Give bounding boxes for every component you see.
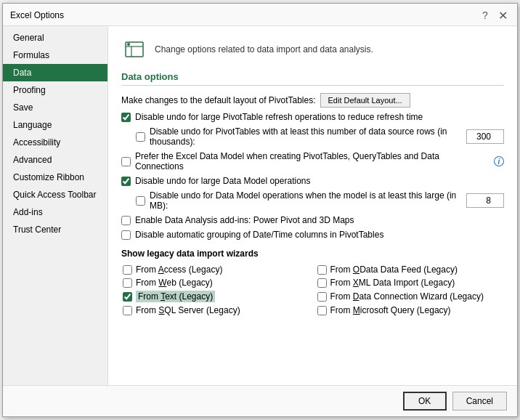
sidebar-item-general[interactable]: General — [3, 29, 107, 47]
from-sql-label: From SQL Server (Legacy) — [136, 305, 240, 315]
disable-undo-data-model-size-row: Disable undo for Data Model operations w… — [136, 190, 504, 211]
from-sql-checkbox[interactable] — [123, 306, 132, 315]
enable-data-analysis-checkbox[interactable] — [121, 216, 131, 225]
prefer-data-model-row: Prefer the Excel Data Model when creatin… — [121, 151, 504, 171]
enable-data-analysis-label: Enable Data Analysis add-ins: Power Pivo… — [135, 215, 354, 225]
from-text-label: From Text (Legacy) — [136, 291, 215, 302]
disable-undo-data-model-row: Disable undo for large Data Model operat… — [121, 176, 504, 186]
sidebar-item-accessibility[interactable]: Accessibility — [3, 134, 107, 151]
from-odata-checkbox[interactable] — [317, 265, 327, 275]
disable-auto-grouping-label: Disable automatic grouping of Date/Time … — [135, 230, 383, 240]
from-access-checkbox[interactable] — [123, 265, 132, 275]
model-size-input[interactable] — [466, 193, 504, 208]
dialog-body: General Formulas Data Proofing Save Lang… — [3, 26, 517, 385]
content-area: Change options related to data import an… — [108, 26, 517, 385]
disable-undo-rows-label: Disable undo for PivotTables with at lea… — [150, 126, 462, 147]
sidebar-item-customize-ribbon[interactable]: Customize Ribbon — [3, 169, 107, 186]
prefer-data-model-label: Prefer the Excel Data Model when creatin… — [135, 151, 489, 171]
disable-undo-pivot-label: Disable undo for large PivotTable refres… — [135, 112, 423, 122]
disable-undo-rows-checkbox[interactable] — [136, 132, 145, 142]
disable-auto-grouping-row: Disable automatic grouping of Date/Time … — [121, 230, 504, 240]
info-icon: i — [494, 156, 504, 166]
sidebar-item-language[interactable]: Language — [3, 116, 107, 134]
from-xml-label: From XML Data Import (Legacy) — [330, 278, 455, 288]
from-web-label: From Web (Legacy) — [136, 278, 213, 288]
content-description: Change options related to data import an… — [155, 44, 373, 54]
pivot-layout-label: Make changes to the default layout of Pi… — [121, 95, 316, 105]
disable-undo-pivot-checkbox[interactable] — [121, 113, 131, 122]
legacy-from-odata: From OData Data Feed (Legacy) — [317, 264, 505, 275]
from-data-conn-checkbox[interactable] — [317, 292, 327, 302]
sidebar-item-trust-center[interactable]: Trust Center — [3, 221, 107, 238]
pivot-layout-row: Make changes to the default layout of Pi… — [121, 93, 504, 108]
title-bar-controls: ? ✕ — [478, 8, 510, 23]
data-icon — [121, 36, 147, 62]
disable-undo-pivot-row: Disable undo for large PivotTable refres… — [121, 112, 504, 122]
enable-data-analysis-row: Enable Data Analysis add-ins: Power Pivo… — [121, 215, 504, 225]
dialog-title: Excel Options — [10, 10, 64, 20]
sidebar-item-data[interactable]: Data — [3, 64, 107, 81]
ok-button[interactable]: OK — [403, 392, 447, 411]
disable-undo-data-model-size-checkbox[interactable] — [136, 196, 145, 206]
sidebar-item-quick-access-toolbar[interactable]: Quick Access Toolbar — [3, 186, 107, 203]
from-xml-checkbox[interactable] — [317, 278, 327, 288]
disable-undo-data-model-label: Disable undo for large Data Model operat… — [135, 176, 310, 186]
disable-auto-grouping-checkbox[interactable] — [121, 230, 131, 240]
edit-default-layout-button[interactable]: Edit Default Layout... — [320, 93, 410, 108]
legacy-from-text: From Text (Legacy) — [123, 291, 310, 302]
from-access-label: From Access (Legacy) — [136, 264, 222, 275]
from-ms-query-checkbox[interactable] — [317, 306, 327, 315]
sidebar-item-save[interactable]: Save — [3, 99, 107, 116]
disable-undo-data-model-checkbox[interactable] — [121, 177, 131, 186]
svg-point-3 — [127, 43, 130, 46]
from-odata-label: From OData Data Feed (Legacy) — [330, 264, 458, 275]
cancel-button[interactable]: Cancel — [452, 392, 507, 411]
from-text-checkbox[interactable] — [123, 292, 132, 302]
legacy-section-title: Show legacy data import wizards — [121, 249, 504, 259]
legacy-from-data-conn: From Data Connection Wizard (Legacy) — [317, 291, 505, 302]
from-ms-query-label: From Microsoft Query (Legacy) — [330, 305, 451, 315]
content-header: Change options related to data import an… — [121, 36, 504, 62]
sidebar-item-proofing[interactable]: Proofing — [3, 81, 107, 99]
excel-options-dialog: Excel Options ? ✕ General Formulas Data … — [2, 3, 518, 417]
disable-undo-data-model-size-label: Disable undo for Data Model operations w… — [150, 190, 462, 211]
close-button[interactable]: ✕ — [495, 8, 510, 23]
section-title: Data options — [121, 71, 504, 86]
sidebar-item-formulas[interactable]: Formulas — [3, 47, 107, 64]
dialog-footer: OK Cancel — [3, 385, 517, 416]
title-bar: Excel Options ? ✕ — [3, 4, 517, 26]
from-data-conn-label: From Data Connection Wizard (Legacy) — [330, 291, 484, 302]
help-button[interactable]: ? — [478, 8, 492, 23]
legacy-from-access: From Access (Legacy) — [123, 264, 310, 275]
legacy-from-web: From Web (Legacy) — [123, 278, 310, 288]
legacy-from-sql: From SQL Server (Legacy) — [123, 305, 310, 315]
rows-threshold-input[interactable] — [466, 129, 504, 144]
sidebar-item-advanced[interactable]: Advanced — [3, 151, 107, 169]
legacy-from-xml: From XML Data Import (Legacy) — [317, 278, 505, 288]
sidebar: General Formulas Data Proofing Save Lang… — [3, 26, 108, 385]
sidebar-item-add-ins[interactable]: Add-ins — [3, 203, 107, 221]
from-web-checkbox[interactable] — [123, 278, 132, 288]
legacy-items-grid: From Access (Legacy) From OData Data Fee… — [123, 264, 504, 315]
disable-undo-rows-row: Disable undo for PivotTables with at lea… — [136, 126, 504, 147]
prefer-data-model-checkbox[interactable] — [121, 157, 131, 166]
legacy-from-ms-query: From Microsoft Query (Legacy) — [317, 305, 505, 315]
